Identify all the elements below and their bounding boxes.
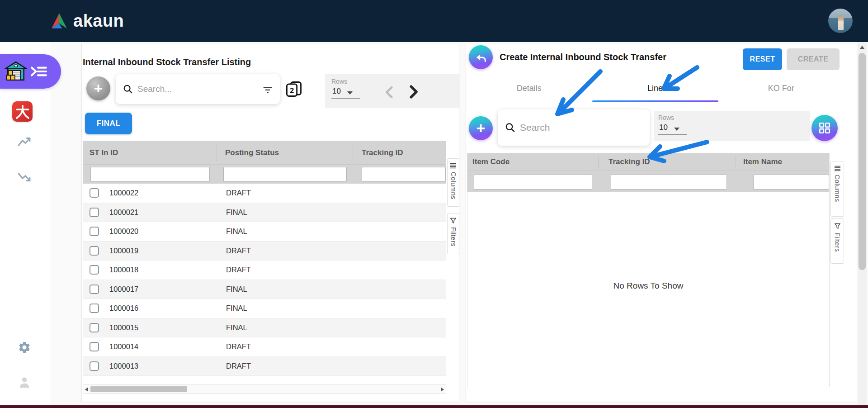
row-checkbox[interactable] (90, 285, 99, 294)
posting-status-cell: FINAL (226, 323, 247, 332)
horizontal-scrollbar[interactable] (83, 384, 446, 394)
add-line-button[interactable]: + (469, 116, 493, 140)
column-divider (736, 156, 736, 168)
active-tab-indicator (592, 100, 718, 102)
rows-per-page-select[interactable]: 10 (331, 85, 360, 99)
columns-tab-label: Columns (834, 175, 841, 202)
table-row[interactable]: 1000019 DRAFT (83, 242, 446, 261)
left-sidebar (0, 42, 51, 405)
table-row[interactable]: 1000018 DRAFT (83, 261, 446, 280)
back-button[interactable] (469, 45, 493, 69)
table-row[interactable]: 1000014 DRAFT (83, 337, 446, 357)
filter-input-item-name[interactable] (753, 175, 829, 190)
tab-ko-for[interactable]: KO For (718, 75, 844, 102)
create-button[interactable]: CREATE (787, 48, 840, 70)
funnel-icon (450, 218, 457, 224)
column-header-tracking-id[interactable]: Tracking ID (362, 148, 403, 157)
columns-side-tab[interactable]: Columns (447, 158, 459, 207)
posting-status-cell: DRAFT (226, 247, 251, 255)
column-divider (598, 156, 599, 168)
empty-table-message: No Rows To Show (467, 281, 829, 291)
scroll-up-arrow-icon[interactable] (860, 46, 864, 49)
st-in-id-cell: 1000018 (109, 266, 138, 274)
trending-down-icon[interactable] (18, 171, 31, 184)
settings-gear-icon[interactable] (18, 341, 31, 354)
filter-list-icon[interactable] (263, 84, 273, 94)
rows-per-page-value: 10 (332, 87, 341, 96)
search-icon (123, 84, 133, 94)
filter-input-st-in-id[interactable] (90, 167, 210, 182)
create-tabs: Details Line KO For (466, 75, 844, 102)
scrollbar-thumb[interactable] (90, 386, 187, 392)
row-checkbox[interactable] (90, 342, 99, 351)
prev-page-button[interactable] (384, 86, 394, 99)
filters-side-tab[interactable]: Filters (830, 218, 844, 264)
row-checkbox[interactable] (90, 361, 99, 371)
column-header-st-in-id[interactable]: ST In ID (90, 148, 118, 157)
st-in-id-cell: 1000020 (109, 227, 138, 236)
table-row[interactable]: 1000016 FINAL (83, 299, 446, 318)
row-checkbox[interactable] (90, 246, 99, 256)
st-in-id-cell: 1000015 (109, 323, 138, 332)
column-header-tracking-id[interactable]: Tracking ID (609, 157, 650, 166)
app-window: akaun (0, 0, 868, 408)
st-in-id-cell: 1000022 (109, 189, 138, 197)
scrollbar-thumb[interactable] (859, 53, 866, 270)
row-checkbox[interactable] (90, 265, 99, 275)
listing-search (116, 74, 280, 104)
row-checkbox[interactable] (90, 208, 99, 217)
posting-status-cell: DRAFT (226, 189, 251, 197)
filter-input-tracking-id[interactable] (362, 167, 446, 182)
table-row[interactable]: 1000022 DRAFT (83, 184, 446, 203)
filter-input-tracking-id[interactable] (611, 175, 727, 190)
grid-view-button[interactable] (811, 115, 838, 141)
chevron-down-icon (674, 128, 679, 131)
top-navbar: akaun (0, 0, 868, 42)
avatar[interactable] (828, 9, 853, 33)
row-checkbox[interactable] (90, 304, 99, 313)
trending-up-icon[interactable] (18, 135, 31, 148)
row-checkbox[interactable] (90, 188, 99, 198)
filters-side-tab[interactable]: Filters (447, 213, 459, 254)
page-title: Internal Inbound Stock Transfer Listing (83, 57, 251, 67)
brand-logo[interactable]: akaun (50, 11, 124, 31)
search-input[interactable] (520, 122, 642, 133)
grip-lines-icon (450, 163, 457, 169)
st-in-id-cell: 1000016 (109, 304, 138, 313)
columns-side-tab[interactable]: Columns (830, 161, 844, 217)
profile-icon[interactable] (18, 375, 31, 389)
filter-input-item-code[interactable] (474, 175, 592, 190)
rows-per-page-select[interactable]: 10 (658, 121, 687, 135)
grip-lines-icon (834, 166, 841, 171)
column-header-item-name[interactable]: Item Name (743, 157, 782, 166)
scroll-left-arrow-icon[interactable] (85, 387, 88, 392)
search-input[interactable] (137, 84, 258, 94)
menu-expand-icon (31, 66, 47, 77)
filter-input-posting-status[interactable] (223, 167, 347, 182)
rows-per-page-value: 10 (659, 123, 668, 132)
table-row[interactable]: 1000020 FINAL (83, 222, 446, 242)
brand-triangle-icon (50, 12, 69, 31)
window-bottom-edge (0, 405, 868, 408)
table-row[interactable]: 1000017 FINAL (83, 280, 446, 299)
column-header-item-code[interactable]: Item Code (472, 157, 509, 166)
next-page-button[interactable] (409, 85, 420, 99)
reset-button[interactable]: RESET (743, 48, 782, 70)
table-row[interactable]: 1000015 FINAL (83, 318, 446, 338)
row-checkbox[interactable] (90, 227, 99, 236)
st-in-id-cell: 1000019 (109, 247, 138, 255)
table-row[interactable]: 1000013 DRAFT (83, 357, 446, 376)
tab-details[interactable]: Details (466, 75, 592, 102)
page-scrollbar[interactable] (858, 42, 867, 405)
row-checkbox[interactable] (90, 323, 99, 332)
table-row[interactable]: 1000021 FINAL (83, 203, 446, 223)
add-record-button-disabled[interactable]: + (86, 76, 110, 100)
duplicate-view-icon[interactable]: 2 (285, 80, 303, 98)
posting-status-cell: DRAFT (226, 342, 251, 351)
sidebar-item-da-app[interactable] (12, 101, 33, 122)
final-filter-button[interactable]: FINAL (85, 113, 132, 134)
sidebar-item-warehouse[interactable] (0, 54, 61, 89)
tab-line[interactable]: Line (592, 75, 718, 102)
column-header-posting-status[interactable]: Posting Status (225, 148, 279, 157)
scroll-right-arrow-icon[interactable] (441, 387, 444, 392)
